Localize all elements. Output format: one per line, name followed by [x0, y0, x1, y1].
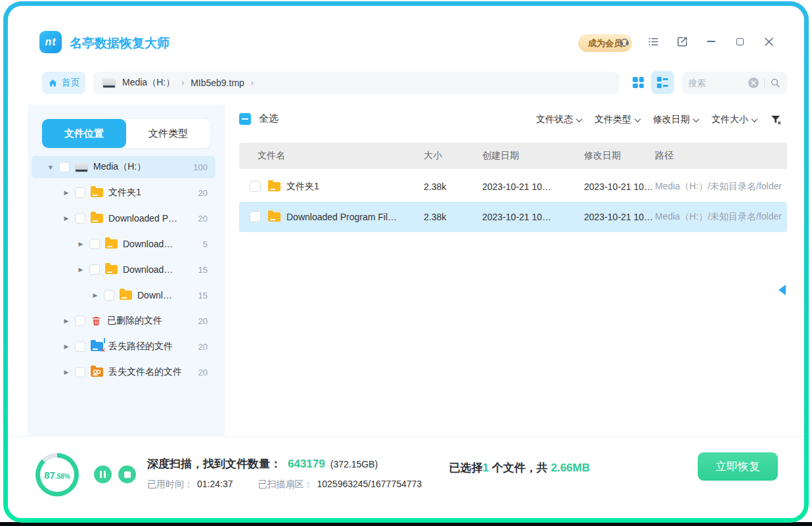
sidebar-tabs: 文件位置 文件类型: [42, 119, 210, 148]
tree-checkbox[interactable]: [75, 187, 85, 198]
search-input[interactable]: [688, 78, 743, 88]
tree-item-label: Download…: [123, 239, 173, 249]
tree-checkbox[interactable]: [75, 367, 85, 377]
home-button[interactable]: 首页: [42, 72, 85, 94]
recover-now-button[interactable]: 立即恢复: [698, 452, 778, 481]
column-created[interactable]: 创建日期: [482, 143, 519, 169]
pause-scan-button[interactable]: [94, 466, 112, 483]
tree-checkbox[interactable]: [75, 316, 85, 326]
cell-filename: 文件夹1: [286, 172, 418, 202]
tree-checkbox[interactable]: [59, 162, 70, 172]
indeterminate-checkbox-icon: [239, 113, 251, 125]
expander-icon[interactable]: ▶: [63, 215, 70, 222]
window-frame: nt 名亭数据恢复大师 成为会员: [3, 1, 809, 523]
breadcrumb-separator: ›: [251, 78, 254, 87]
cell-modified: 2023-10-21 10…: [584, 202, 653, 232]
stop-scan-button[interactable]: [118, 466, 136, 483]
table-row-selected[interactable]: Downloaded Program Fil… 2.38k 2023-10-21…: [239, 202, 787, 232]
collapse-panel-arrow[interactable]: [778, 285, 786, 295]
cell-size: 2.38k: [424, 202, 446, 232]
breadcrumb-drive[interactable]: Media（H:）: [122, 77, 175, 89]
clear-filter-icon[interactable]: [770, 114, 782, 126]
expander-icon[interactable]: ▶: [78, 241, 84, 247]
breadcrumb-separator: ›: [181, 78, 184, 87]
column-modified[interactable]: 修改日期: [584, 143, 621, 169]
customer-service-icon[interactable]: [618, 35, 631, 48]
tree-item-drive[interactable]: ▼ Media（H:） 100: [32, 156, 215, 178]
cell-path: Media（H:）/未知目录名/folder: [655, 202, 784, 232]
row-checkbox[interactable]: [250, 211, 261, 222]
filter-file-size[interactable]: 文件大小: [711, 114, 757, 126]
cell-created: 2023-10-21 10…: [482, 172, 551, 202]
scan-list-icon[interactable]: [646, 35, 660, 48]
filter-modified-date[interactable]: 修改日期: [653, 114, 698, 126]
tab-file-type[interactable]: 文件类型: [126, 119, 210, 148]
tree-item-label: 文件夹1: [108, 187, 141, 199]
expander-icon[interactable]: ▶: [63, 189, 70, 196]
selected-size: 2.66MB: [551, 462, 590, 474]
tree-item-label: Media（H:）: [93, 161, 146, 173]
expander-icon[interactable]: ▶: [63, 343, 70, 350]
expander-icon[interactable]: ▶: [63, 318, 70, 324]
tree-item-download-a[interactable]: ▶ Download… 5: [32, 233, 215, 255]
filter-file-status[interactable]: 文件状态: [536, 114, 581, 126]
drive-icon: [102, 78, 116, 88]
tree-checkbox[interactable]: [104, 290, 114, 300]
home-label: 首页: [62, 77, 80, 89]
grid-view-icon: [633, 77, 644, 88]
tree-item-lost-path-files[interactable]: ▶ ✕ 丢失路径的文件 20: [32, 335, 215, 358]
close-button[interactable]: [762, 35, 775, 48]
lost-name-folder-icon: [91, 368, 103, 377]
list-view-button[interactable]: [651, 71, 674, 94]
grid-view-button[interactable]: [627, 71, 650, 94]
lost-path-folder-icon: ✕: [91, 342, 103, 351]
tree-checkbox[interactable]: [89, 239, 100, 249]
expander-icon[interactable]: ▶: [92, 292, 99, 299]
column-path[interactable]: 路径: [655, 143, 673, 169]
column-size[interactable]: 大小: [424, 143, 442, 169]
tree-checkbox[interactable]: [75, 341, 85, 352]
breadcrumb-folder[interactable]: MIb5eb9.tmp: [191, 78, 244, 88]
tree-item-download-b[interactable]: ▶ Download… 15: [32, 258, 215, 281]
cell-path: Media（H:）/未知目录名/folder: [655, 172, 784, 202]
tree-checkbox[interactable]: [89, 264, 100, 275]
list-view-icon: [657, 77, 668, 88]
folder-icon: [268, 182, 281, 191]
tree-item-deleted-files[interactable]: ▶ 已删除的文件 20: [32, 310, 215, 332]
minimize-button[interactable]: [704, 35, 717, 48]
select-all-checkbox[interactable]: 全选: [239, 112, 279, 125]
tree-item-downl[interactable]: ▶ Downl… 15: [32, 284, 215, 306]
clear-search-icon[interactable]: [748, 78, 759, 88]
folder-icon: [268, 212, 281, 222]
tree-item-folder1[interactable]: ▶ 文件夹1 20: [32, 181, 215, 204]
tree-item-label: Download…: [123, 264, 173, 275]
tree-item-count: 20: [198, 368, 208, 377]
search-icon[interactable]: [770, 78, 780, 88]
tree-item-count: 15: [198, 265, 208, 275]
chevron-down-icon: [635, 116, 641, 122]
expander-icon[interactable]: ▶: [63, 369, 70, 375]
column-filename[interactable]: 文件名: [258, 143, 285, 169]
tree-item-count: 15: [198, 291, 208, 300]
tree-checkbox[interactable]: [75, 213, 85, 224]
tab-file-location[interactable]: 文件位置: [42, 119, 126, 148]
tree-item-lost-name-files[interactable]: ▶ 丢失文件名的文件 20: [32, 361, 215, 383]
row-checkbox[interactable]: [250, 181, 261, 192]
expander-icon[interactable]: ▶: [78, 266, 84, 273]
elapsed-label: 已用时间：: [147, 479, 193, 490]
chevron-down-icon: [576, 116, 583, 122]
table-row[interactable]: 文件夹1 2.38k 2023-10-21 10… 2023-10-21 10……: [239, 172, 787, 202]
export-window-icon[interactable]: [675, 35, 688, 48]
expander-icon[interactable]: ▼: [47, 164, 54, 171]
sector-value: 1025963245/1677754773: [317, 479, 422, 489]
breadcrumb: Media（H:） › MIb5eb9.tmp ›: [93, 72, 619, 94]
selected-count: 1: [483, 462, 489, 474]
sidebar: 文件位置 文件类型 ▼ Media（H:） 100 ▶ 文件夹1 20 ▶: [28, 105, 225, 441]
folder-icon: [105, 265, 118, 274]
tree-item-count: 20: [198, 214, 208, 224]
tree-item-downloaded-p[interactable]: ▶ Downloaded P… 20: [32, 207, 215, 229]
app-window: nt 名亭数据恢复大师 成为会员: [8, 6, 804, 518]
chevron-down-icon: [693, 116, 700, 122]
filter-file-type[interactable]: 文件类型: [595, 114, 640, 126]
maximize-button[interactable]: [733, 35, 746, 48]
